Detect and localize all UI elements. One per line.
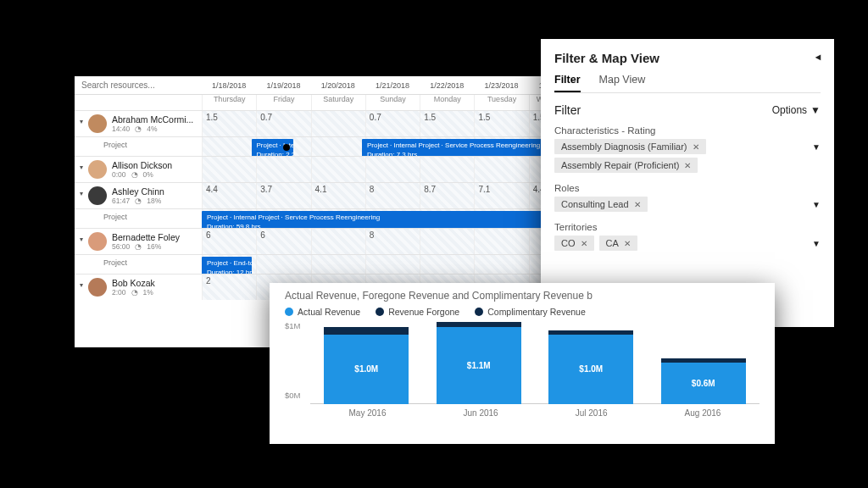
expand-caret-icon[interactable]: ▾ (80, 236, 83, 243)
bar-endpoint-icon (283, 144, 290, 151)
project-label: Project (80, 213, 127, 225)
schedule-cell[interactable] (365, 255, 420, 274)
schedule-cell[interactable]: 3.7 (256, 183, 310, 208)
schedule-cell[interactable] (311, 111, 365, 136)
expand-caret-icon[interactable]: ▾ (80, 118, 83, 125)
schedule-cell[interactable]: 2 (202, 274, 256, 300)
schedule-cell[interactable] (202, 157, 256, 182)
options-dropdown[interactable]: Options ▼ (772, 104, 821, 116)
day-column: Friday (256, 95, 310, 110)
date-header: 1/18/20181/19/20181/20/20181/21/20181/22… (202, 81, 583, 90)
clock-icon: ◔ (135, 125, 142, 133)
chart-title: Actual Revenue, Foregone Revenue and Com… (285, 290, 760, 302)
schedule-cell[interactable] (311, 137, 365, 156)
day-column: Sunday (365, 95, 420, 110)
schedule-cell[interactable]: 6 (202, 229, 256, 254)
filter-chip[interactable]: Consulting Lead✕ (554, 197, 648, 212)
resource-time: 2:00 (112, 288, 126, 297)
schedule-cell[interactable] (311, 229, 365, 254)
chip-remove-icon[interactable]: ✕ (624, 239, 631, 248)
clock-icon: ◔ (131, 288, 138, 297)
schedule-cell[interactable] (311, 255, 365, 274)
resource-time: 56:00 (112, 242, 130, 251)
schedule-cell[interactable] (202, 137, 256, 156)
chip-remove-icon[interactable]: ✕ (684, 161, 691, 170)
tab-map-view[interactable]: Map View (599, 74, 646, 92)
chart-plot: $1.0M$1.1M$1.0M$0.6M May 2016Jun 2016Jul… (310, 320, 760, 418)
schedule-cell[interactable]: 4.4 (202, 183, 256, 208)
schedule-cell[interactable] (474, 157, 528, 182)
schedule-cell[interactable]: 0.7 (256, 111, 310, 136)
y-axis-tick: $1M (285, 320, 300, 330)
avatar (88, 278, 107, 297)
filter-chip[interactable]: CA✕ (599, 236, 637, 251)
resource-pct: 1% (143, 288, 153, 297)
filter-chip-group: Assembly Diagnosis (Familiar)✕Assembly R… (554, 139, 821, 176)
bar-segment-actual[interactable]: $0.6M (661, 363, 746, 405)
schedule-cell[interactable]: 8 (365, 229, 420, 254)
avatar (88, 232, 107, 251)
resource-pct: 4% (147, 125, 157, 133)
avatar (88, 160, 107, 179)
schedule-cell[interactable]: 8 (365, 183, 420, 208)
bar-segment-forgone[interactable] (437, 322, 521, 328)
day-column: Thursday (202, 95, 256, 110)
filter-chip[interactable]: CO✕ (554, 236, 594, 251)
schedule-cell[interactable]: 6 (256, 229, 310, 254)
schedule-cell[interactable]: 8.7 (420, 183, 474, 208)
chip-remove-icon[interactable]: ✕ (693, 142, 699, 152)
legend-item[interactable]: Complimentary Revenue (475, 307, 586, 317)
chevron-down-icon[interactable]: ▼ (812, 239, 821, 248)
bar-segment-actual[interactable]: $1.1M (437, 327, 521, 404)
y-axis-tick: $0M (285, 391, 300, 400)
filter-chip[interactable]: Assembly Repair (Proficient)✕ (554, 158, 698, 173)
schedule-cell[interactable]: 7.1 (474, 183, 528, 208)
chip-remove-icon[interactable]: ✕ (634, 200, 641, 209)
schedule-cell[interactable] (311, 157, 365, 182)
chevron-down-icon[interactable]: ▼ (812, 142, 821, 152)
schedule-cell[interactable] (256, 157, 310, 182)
search-input[interactable] (75, 79, 202, 92)
legend-item[interactable]: Revenue Forgone (376, 307, 459, 317)
collapse-icon[interactable]: ◂ (815, 51, 821, 65)
bar-segment-forgone[interactable] (324, 327, 409, 334)
resource-time: 14:40 (112, 125, 130, 133)
schedule-cell[interactable]: 1.5 (420, 111, 474, 136)
schedule-cell[interactable] (420, 255, 474, 274)
chip-remove-icon[interactable]: ✕ (581, 239, 587, 248)
schedule-cell[interactable]: 4.1 (311, 183, 365, 208)
schedule-cell[interactable]: 0.7 (365, 111, 420, 136)
schedule-cell[interactable] (420, 229, 474, 254)
schedule-cell[interactable] (474, 229, 528, 254)
chart-legend: Actual RevenueRevenue ForgoneComplimenta… (285, 307, 760, 317)
x-axis-tick: Aug 2016 (685, 408, 721, 418)
tab-filter[interactable]: Filter (554, 74, 581, 92)
day-column: Monday (420, 95, 474, 110)
filter-group-label: Roles (554, 183, 821, 193)
filter-chip[interactable]: Assembly Diagnosis (Familiar)✕ (554, 139, 706, 154)
filter-chip-group: Consulting Lead✕▼ (554, 197, 821, 215)
filter-panel-title: Filter & Map View ◂ (554, 51, 821, 65)
schedule-cell[interactable]: 1.5 (202, 111, 256, 136)
expand-caret-icon[interactable]: ▾ (80, 190, 83, 197)
schedule-cell[interactable] (365, 157, 420, 182)
legend-item[interactable]: Actual Revenue (285, 307, 360, 317)
date-column: 1/20/2018 (311, 81, 365, 90)
day-column: Saturday (311, 95, 365, 110)
legend-swatch-icon (285, 308, 293, 316)
schedule-cell[interactable] (256, 255, 310, 274)
bar-segment-actual[interactable]: $1.0M (324, 335, 409, 405)
schedule-cell[interactable] (420, 157, 474, 182)
date-column: 1/21/2018 (365, 81, 420, 90)
resource-pct: 0% (143, 170, 153, 179)
schedule-cell[interactable] (474, 255, 528, 274)
filter-section-title: Filter (554, 103, 581, 117)
filter-group-label: Territories (554, 222, 821, 232)
bar-segment-actual[interactable]: $1.0M (548, 335, 633, 405)
expand-caret-icon[interactable]: ▾ (80, 164, 83, 171)
chevron-down-icon[interactable]: ▼ (812, 200, 821, 209)
expand-caret-icon[interactable]: ▾ (80, 281, 83, 289)
schedule-cell[interactable]: 1.5 (474, 111, 528, 136)
date-column: 1/19/2018 (256, 81, 310, 90)
resource-row: ▾Bernadette Foley56:00◔16%668 (75, 228, 583, 254)
